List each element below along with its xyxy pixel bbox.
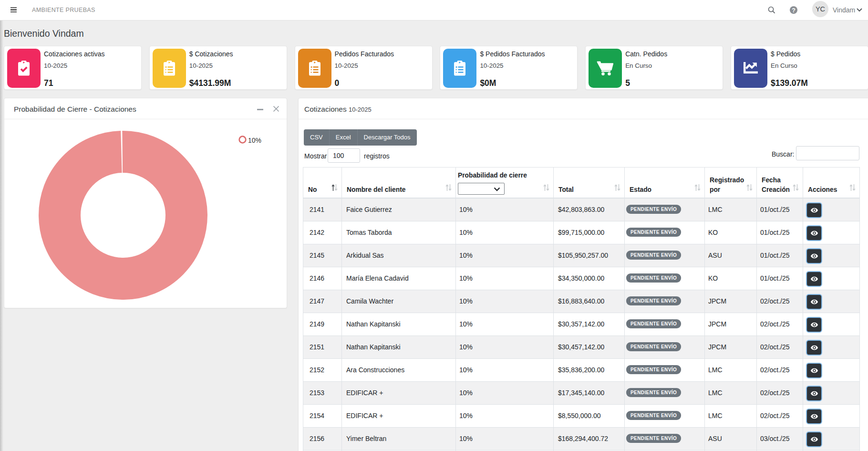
svg-text:?: ? [792,7,796,14]
